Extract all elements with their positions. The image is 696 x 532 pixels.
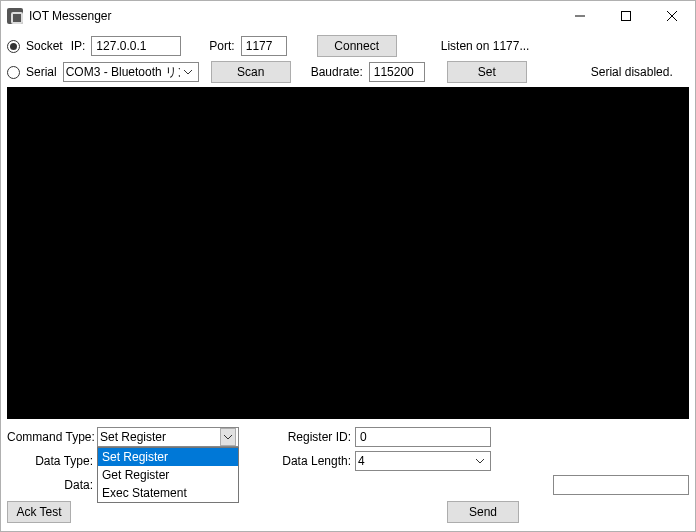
cmd-type-dropdown[interactable]: Set Register Get Register Exec Statement bbox=[97, 447, 239, 503]
cmd-option-exec-statement[interactable]: Exec Statement bbox=[98, 484, 238, 502]
data-type-label: Data Type: bbox=[7, 454, 97, 468]
set-button[interactable]: Set bbox=[447, 61, 527, 83]
app-window: IOT Messenger Socket IP: Port: Connect L… bbox=[0, 0, 696, 532]
serial-row: Serial COM3 - Bluetooth リン Scan Baudrate… bbox=[1, 59, 695, 85]
cmd-option-get-register[interactable]: Get Register bbox=[98, 466, 238, 484]
data-length-value: 4 bbox=[358, 454, 472, 468]
serial-port-combo[interactable]: COM3 - Bluetooth リン bbox=[63, 62, 199, 82]
port-label: Port: bbox=[207, 39, 236, 53]
maximize-button[interactable] bbox=[603, 1, 649, 31]
minimize-button[interactable] bbox=[557, 1, 603, 31]
app-icon bbox=[7, 8, 23, 24]
ip-label: IP: bbox=[69, 39, 88, 53]
data-input-label: Data: bbox=[7, 478, 97, 492]
scan-button[interactable]: Scan bbox=[211, 61, 291, 83]
data-length-label: Data Length: bbox=[269, 454, 355, 468]
socket-status: Listen on 1177... bbox=[401, 39, 689, 53]
data-value-input[interactable] bbox=[553, 475, 689, 495]
data-length-combo[interactable]: 4 bbox=[355, 451, 491, 471]
svg-rect-1 bbox=[622, 12, 631, 21]
socket-label: Socket bbox=[24, 39, 65, 53]
cmd-type-label: Command Type: bbox=[7, 430, 97, 444]
serial-port-value: COM3 - Bluetooth リン bbox=[66, 64, 180, 81]
chevron-down-icon bbox=[180, 63, 196, 81]
serial-label: Serial bbox=[24, 65, 59, 79]
close-button[interactable] bbox=[649, 1, 695, 31]
baud-input[interactable] bbox=[369, 62, 425, 82]
cmd-type-value: Set Register bbox=[100, 430, 220, 444]
chevron-down-icon bbox=[472, 452, 488, 470]
window-title: IOT Messenger bbox=[29, 9, 111, 23]
cmd-type-combo[interactable]: Set Register bbox=[97, 427, 239, 447]
console-output bbox=[7, 87, 689, 419]
connect-button[interactable]: Connect bbox=[317, 35, 397, 57]
port-input[interactable] bbox=[241, 36, 287, 56]
socket-radio[interactable] bbox=[7, 40, 20, 53]
reg-id-input[interactable] bbox=[355, 427, 491, 447]
chevron-down-icon bbox=[220, 428, 236, 446]
bottom-panel: Command Type: Set Register Register ID: … bbox=[1, 423, 695, 531]
socket-row: Socket IP: Port: Connect Listen on 1177.… bbox=[1, 33, 695, 59]
ack-test-button[interactable]: Ack Test bbox=[7, 501, 71, 523]
ip-input[interactable] bbox=[91, 36, 181, 56]
reg-id-label: Register ID: bbox=[269, 430, 355, 444]
serial-status: Serial disabled. bbox=[531, 65, 689, 79]
svg-line-2 bbox=[667, 11, 677, 21]
baud-label: Baudrate: bbox=[309, 65, 365, 79]
svg-line-3 bbox=[667, 11, 677, 21]
send-button[interactable]: Send bbox=[447, 501, 519, 523]
cmd-option-set-register[interactable]: Set Register bbox=[98, 448, 238, 466]
titlebar: IOT Messenger bbox=[1, 1, 695, 31]
serial-radio[interactable] bbox=[7, 66, 20, 79]
